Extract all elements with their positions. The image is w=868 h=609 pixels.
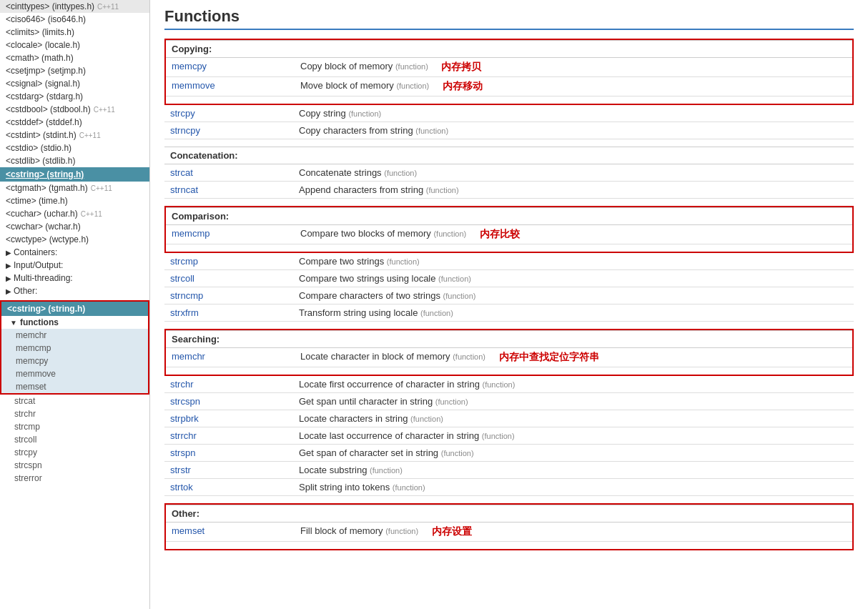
page-title: Functions	[164, 7, 854, 30]
memset-link[interactable]: memset	[172, 525, 204, 536]
strstr-link[interactable]: strstr	[170, 465, 191, 475]
sidebar-item-cwctype[interactable]: <cwctype> (wctype.h)	[0, 233, 149, 246]
sidebar-item-cstddef[interactable]: <cstddef> (stddef.h)	[0, 116, 149, 129]
main-content: Functions Copying: memcpy Copy block of …	[150, 0, 868, 609]
sidebar-item-cstring-active[interactable]: <cstring> (string.h)	[0, 167, 149, 182]
strtok-link[interactable]: strtok	[170, 482, 193, 492]
sidebar-item-ciso646[interactable]: <ciso646> (iso646.h)	[0, 13, 149, 26]
strncpy-cell: strncpy	[164, 122, 293, 139]
memcmp-link[interactable]: memcmp	[172, 228, 209, 239]
section-copying: Copying: memcpy Copy block of memory (fu…	[164, 39, 854, 139]
memcmp-type: (function)	[433, 229, 466, 238]
sidebar-fn-memcmp[interactable]: memcmp	[1, 342, 148, 355]
comparison-box: Comparison: memcmp Compare two blocks of…	[164, 206, 854, 253]
strxfrm-cell: strxfrm	[164, 304, 293, 322]
strspn-type: (function)	[441, 449, 474, 457]
strxfrm-type: (function)	[420, 309, 453, 317]
sidebar-multithreading[interactable]: ▶Multi-threading:	[0, 272, 149, 284]
strpbrk-desc: Locate characters in string (function)	[293, 410, 854, 427]
sidebar-fn-memcpy[interactable]: memcpy	[1, 355, 148, 367]
sidebar-fn-memmove[interactable]: memmove	[1, 367, 148, 380]
copying-box: Copying: memcpy Copy block of memory (fu…	[164, 39, 854, 105]
section-searching: Searching: memchr Locate character in bl…	[164, 329, 854, 496]
strncat-cell: strncat	[164, 182, 293, 199]
sidebar-fn-strcat[interactable]: strcat	[0, 395, 149, 407]
strncmp-link[interactable]: strncmp	[170, 290, 203, 301]
memset-row: memset Fill block of memory (function) 内…	[166, 523, 852, 542]
sidebar-fn-strcmp[interactable]: strcmp	[0, 420, 149, 433]
triangle-down-icon: ▼	[10, 319, 17, 327]
sidebar-fn-strcoll[interactable]: strcoll	[0, 433, 149, 446]
sidebar-item-ctgmath[interactable]: <ctgmath> (tgmath.h)C++11	[0, 182, 149, 194]
strpbrk-row: strpbrk Locate characters in string (fun…	[164, 410, 854, 427]
searching-header-row: Searching:	[166, 331, 852, 348]
sidebar-item-cstdint[interactable]: <cstdint> (stdint.h)C++11	[0, 129, 149, 142]
sidebar-item-cwchar[interactable]: <cwchar> (wchar.h)	[0, 220, 149, 233]
sidebar-item-cstdlib[interactable]: <cstdlib> (stdlib.h)	[0, 154, 149, 167]
sidebar-item-csetjmp[interactable]: <csetjmp> (setjmp.h)	[0, 64, 149, 77]
comparison-header-row: Comparison:	[166, 208, 852, 225]
concatenation-header-row: Concatenation:	[164, 147, 854, 164]
sidebar-fn-strchr[interactable]: strchr	[0, 407, 149, 420]
sidebar-functions-label: functions	[20, 317, 59, 327]
strtok-row: strtok Split string into tokens (functio…	[164, 479, 854, 496]
memchr-link[interactable]: memchr	[172, 351, 205, 362]
sidebar-item-cstdbool[interactable]: <cstdbool> (stdbool.h)C++11	[0, 103, 149, 116]
sidebar-item-cinttypes[interactable]: <cinttypes> (inttypes.h)C++11	[0, 0, 149, 13]
sidebar-containers[interactable]: ▶Containers:	[0, 246, 149, 259]
sidebar-fn-strcspn[interactable]: strcspn	[0, 459, 149, 472]
strchr-link[interactable]: strchr	[170, 379, 194, 390]
strcpy-link[interactable]: strcpy	[170, 108, 195, 119]
strstr-cell: strstr	[164, 462, 293, 479]
strcmp-type: (function)	[387, 257, 420, 266]
sidebar-inputoutput[interactable]: ▶Input/Output:	[0, 259, 149, 272]
sidebar-item-cstdio[interactable]: <cstdio> (stdio.h)	[0, 142, 149, 154]
searching-box: Searching: memchr Locate character in bl…	[164, 329, 854, 376]
strtok-type: (function)	[393, 483, 425, 492]
strpbrk-link[interactable]: strpbrk	[170, 413, 199, 424]
strchr-cell: strchr	[164, 376, 293, 393]
sidebar-item-csignal[interactable]: <csignal> (signal.h)	[0, 77, 149, 90]
strcspn-link[interactable]: strcspn	[170, 396, 200, 407]
strcmp-cell: strcmp	[164, 253, 293, 270]
memchr-cell: memchr	[166, 348, 295, 367]
memcpy-link[interactable]: memcpy	[172, 61, 207, 71]
sidebar-item-climits[interactable]: <climits> (limits.h)	[0, 26, 149, 39]
strncat-link[interactable]: strncat	[170, 184, 198, 195]
strcmp-link[interactable]: strcmp	[170, 256, 198, 267]
strspn-link[interactable]: strspn	[170, 447, 195, 458]
sidebar-other[interactable]: ▶Other:	[0, 284, 149, 297]
sidebar-item-clocale[interactable]: <clocale> (locale.h)	[0, 39, 149, 51]
concatenation-table: Concatenation: strcat Concatenate string…	[164, 147, 854, 199]
strcoll-link[interactable]: strcoll	[170, 273, 194, 284]
memchr-annotation: 内存中查找定位字符串	[499, 351, 599, 364]
memmove-link[interactable]: memmove	[172, 80, 215, 91]
comparison-extra-table: strcmp Compare two strings (function) st…	[164, 253, 854, 322]
sidebar-fn-strcpy[interactable]: strcpy	[0, 446, 149, 459]
sidebar-item-cmath[interactable]: <cmath> (math.h)	[0, 51, 149, 64]
memchr-row: memchr Locate character in block of memo…	[166, 348, 852, 367]
strxfrm-link[interactable]: strxfrm	[170, 307, 199, 318]
strrchr-row: strrchr Locate last occurrence of charac…	[164, 427, 854, 445]
sidebar-fn-strerror[interactable]: strerror	[0, 472, 149, 485]
strrchr-link[interactable]: strrchr	[170, 430, 197, 441]
sidebar-cstring-header[interactable]: <cstring> (string.h)	[1, 302, 148, 316]
strcoll-desc: Compare two strings using locale (functi…	[293, 270, 854, 287]
copying-extra-table: strcpy Copy string (function) strncpy Co…	[164, 105, 854, 139]
memcpy-annotation: 内存拷贝	[441, 61, 481, 74]
memmove-annotation: 内存移动	[443, 80, 483, 93]
memcmp-cell: memcmp	[166, 225, 295, 244]
strncpy-link[interactable]: strncpy	[170, 125, 200, 136]
sidebar-item-cstdarg[interactable]: <cstdarg> (stdarg.h)	[0, 90, 149, 103]
strcspn-type: (function)	[435, 397, 468, 406]
strcat-link[interactable]: strcat	[170, 167, 193, 178]
sidebar-item-cuchar[interactable]: <cuchar> (uchar.h)C++11	[0, 207, 149, 220]
memcmp-row: memcmp Compare two blocks of memory (fun…	[166, 225, 852, 244]
strncat-type: (function)	[426, 186, 459, 194]
sidebar-fn-memset[interactable]: memset	[1, 380, 148, 393]
strcspn-desc: Get span until character in string (func…	[293, 393, 854, 410]
sidebar-fn-memchr[interactable]: memchr	[1, 329, 148, 342]
strrchr-cell: strrchr	[164, 427, 293, 445]
sidebar-item-ctime[interactable]: <ctime> (time.h)	[0, 194, 149, 207]
strspn-cell: strspn	[164, 445, 293, 462]
